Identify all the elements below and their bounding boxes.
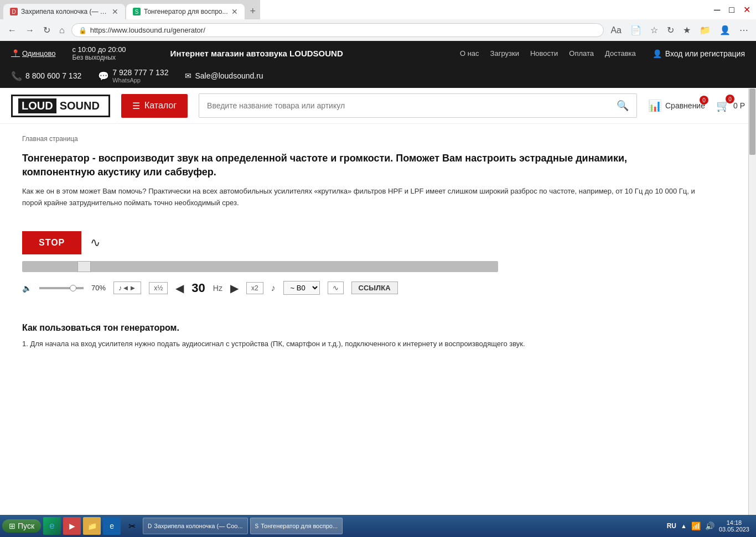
how-to-heading: Как пользоваться тон генератором.: [22, 323, 697, 333]
email-item: ✉ Sale@loudsound.ru: [185, 71, 263, 80]
window-controls: ─ □ ✕: [711, 3, 756, 16]
search-button[interactable]: 🔍: [609, 94, 636, 117]
phone1-item: 📞 8 800 600 7 132: [11, 71, 81, 81]
reader-button[interactable]: 📄: [628, 23, 644, 38]
logo-loud: LOUD: [18, 98, 56, 113]
note-icon: ♪: [271, 283, 276, 293]
frequency-unit: Hz: [213, 284, 222, 293]
phone1-icon: 📞: [11, 71, 22, 81]
browser-tabs-row: D Захрипела колоночка (— Соо... ✕ S Тонг…: [0, 0, 756, 19]
profile-button[interactable]: 👤: [717, 23, 733, 38]
scroll-thumb[interactable]: [749, 88, 755, 155]
header-cart-area: 📊 0 Сравнение 🛒 0 0 Р: [648, 99, 745, 112]
site-nav-bar: LOUD SOUND ☰ Каталог 🔍 📊 0 Сравнение 🛒 0…: [0, 88, 756, 124]
browser-chrome: D Захрипела колоночка (— Соо... ✕ S Тонг…: [0, 0, 756, 41]
back-button[interactable]: ←: [6, 23, 19, 38]
cart-icon: 🛒 0: [716, 99, 730, 112]
volume-thumb[interactable]: [70, 285, 76, 291]
logo[interactable]: LOUD SOUND: [11, 95, 110, 117]
how-to-text: 1. Для начала на вход усилителя нужно по…: [22, 338, 697, 350]
cart-badge: 0: [726, 95, 734, 103]
nav-news[interactable]: Новости: [530, 49, 558, 58]
double-speed-button[interactable]: x2: [246, 282, 263, 294]
compare-icon: 📊: [648, 99, 662, 112]
hours-days: Без выходных: [72, 54, 126, 61]
browser-nav: ← → ↻ ⌂ 🔒 https://www.loudsound.ru/gener…: [0, 19, 756, 41]
waveform-display: ∿: [90, 236, 100, 250]
refresh-button[interactable]: ↻: [41, 23, 53, 38]
mute-button[interactable]: ♪◄►: [113, 281, 141, 294]
location-text: Одинцово: [22, 49, 55, 58]
prev-frequency-button[interactable]: ◀: [175, 281, 184, 295]
browser-tab-2[interactable]: S Тонгенератор для воспро... ✕: [126, 4, 245, 19]
minimize-button[interactable]: ─: [711, 4, 723, 16]
browser-tab-1[interactable]: D Захрипела колоночка (— Соо... ✕: [3, 4, 125, 19]
url-display: https://www.loudsound.ru/generator/: [90, 26, 205, 34]
home-button[interactable]: ⌂: [57, 23, 67, 38]
maximize-button[interactable]: □: [726, 4, 738, 16]
forward-button[interactable]: →: [23, 23, 37, 38]
next-frequency-button[interactable]: ▶: [230, 281, 239, 295]
nav-about[interactable]: О нас: [460, 49, 479, 58]
new-tab-button[interactable]: +: [246, 3, 261, 19]
nav-right-icons: Aa 📄 ☆ ↻ ★ 📁 👤 ⋯: [608, 23, 750, 38]
store-name: Интернет магазин автозвука LOUDSOUND: [170, 49, 443, 58]
cart-button[interactable]: 🛒 0 0 Р: [716, 99, 745, 112]
login-icon: 👤: [653, 49, 662, 58]
refresh-nav-button[interactable]: ↻: [665, 23, 676, 38]
tab-close-2[interactable]: ✕: [231, 7, 238, 16]
breadcrumb: Главная страница: [22, 135, 697, 143]
tab-favicon-2: S: [133, 8, 141, 15]
compare-label: Сравнение: [665, 101, 705, 110]
phone2-number[interactable]: 7 928 777 7 132: [112, 68, 168, 77]
catalog-label: Каталог: [144, 101, 177, 111]
page-description: Как же он в этом может Вам помочь? Практ…: [22, 186, 697, 209]
search-input[interactable]: [199, 96, 609, 116]
tab-close-1[interactable]: ✕: [112, 7, 118, 16]
search-bar: 🔍: [199, 93, 637, 118]
site-header: 📍 Одинцово с 10:00 до 20:00 Без выходных…: [0, 41, 756, 88]
catalog-button[interactable]: ☰ Каталог: [121, 94, 188, 118]
compare-badge: 0: [700, 96, 708, 105]
nav-delivery[interactable]: Доставка: [605, 49, 636, 58]
browser-tabs: D Захрипела колоночка (— Соо... ✕ S Тонг…: [0, 0, 260, 19]
email-address[interactable]: Sale@loudsound.ru: [195, 71, 263, 80]
volume-slider[interactable]: [39, 287, 84, 289]
note-select[interactable]: ~ B0: [283, 281, 320, 295]
location-pin-icon: 📍: [11, 49, 20, 58]
login-button[interactable]: 👤 Вход или регистрация: [653, 49, 745, 58]
star-button[interactable]: ★: [681, 23, 693, 38]
phone1-number[interactable]: 8 800 600 7 132: [25, 71, 81, 80]
logo-sound: SOUND: [56, 98, 103, 113]
main-content: Главная страница Тонгенератор - воспроиз…: [0, 124, 719, 361]
link-button[interactable]: ССЫЛКА: [351, 281, 398, 294]
stop-button[interactable]: STOP: [22, 231, 81, 254]
page-heading: Тонгенератор - воспроизводит звук на опр…: [22, 152, 697, 179]
tab-favicon-1: D: [10, 8, 18, 15]
compare-button[interactable]: 📊 0 Сравнение: [648, 99, 705, 112]
search-icon: 🔍: [617, 100, 629, 111]
tg-controls: 🔈 70% ♪◄► x½ ◀ 30 Hz ▶ x2 ♪ ~ B0 ∿ ССЫЛК…: [22, 281, 697, 295]
tab-title-2: Тонгенератор для воспро...: [144, 8, 228, 15]
hours-time: с 10:00 до 20:00: [72, 45, 126, 54]
more-button[interactable]: ⋯: [737, 23, 750, 38]
email-icon: ✉: [185, 71, 191, 80]
waveform-icon: ∿: [333, 284, 339, 292]
waveform-button[interactable]: ∿: [328, 281, 344, 294]
nav-payment[interactable]: Оплата: [569, 49, 594, 58]
close-button[interactable]: ✕: [740, 3, 754, 16]
nav-downloads[interactable]: Загрузки: [490, 49, 519, 58]
half-speed-button[interactable]: x½: [149, 282, 168, 294]
tg-top-row: STOP ∿: [22, 231, 697, 254]
progress-thumb[interactable]: [77, 261, 91, 272]
progress-bar[interactable]: [22, 261, 498, 272]
collections-button[interactable]: 📁: [697, 23, 713, 38]
tone-generator: STOP ∿ 🔈 70% ♪◄► x½ ◀ 30 Hz ▶ x2 ♪ ~ B0: [22, 220, 697, 306]
scrollbar[interactable]: [748, 88, 756, 361]
translate-button[interactable]: Aa: [608, 23, 624, 38]
favorites-button[interactable]: ☆: [648, 23, 660, 38]
header-top: 📍 Одинцово с 10:00 до 20:00 Без выходных…: [0, 41, 756, 66]
location-link[interactable]: 📍 Одинцово: [11, 49, 55, 58]
header-hours: с 10:00 до 20:00 Без выходных: [72, 45, 126, 61]
address-bar[interactable]: 🔒 https://www.loudsound.ru/generator/: [71, 23, 604, 37]
